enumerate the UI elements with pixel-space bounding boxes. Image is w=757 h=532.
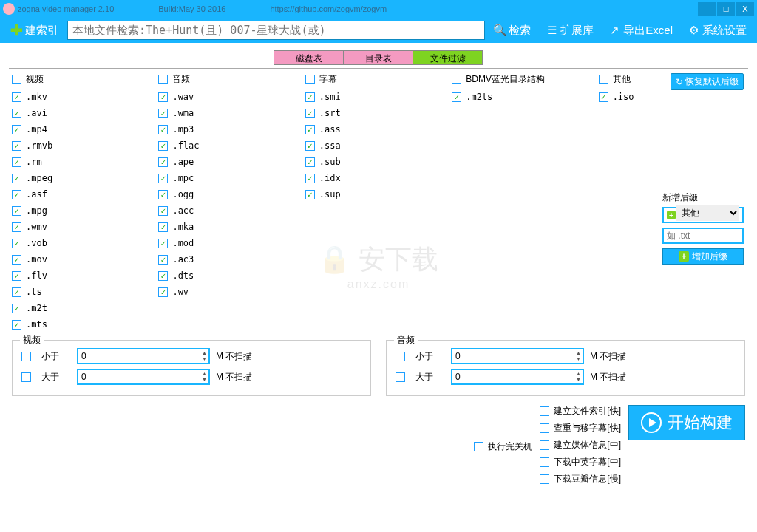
option-checkbox[interactable]: [540, 440, 549, 450]
extlib-button[interactable]: ☰扩展库: [540, 21, 600, 41]
build-index-button[interactable]: ✚ 建索引: [4, 21, 64, 41]
search-button[interactable]: 🔍检索: [488, 21, 537, 41]
ext-checkbox[interactable]: [158, 222, 168, 232]
maximize-button[interactable]: □: [717, 2, 735, 16]
ext-checkbox[interactable]: [12, 141, 21, 151]
ext-checkbox[interactable]: [12, 271, 21, 281]
ext-checkbox[interactable]: [12, 320, 21, 330]
category-select[interactable]: 其他: [676, 205, 739, 221]
video-gt-spinner[interactable]: ▲▼: [77, 369, 210, 385]
ext-checkbox[interactable]: [452, 92, 461, 102]
close-button[interactable]: X: [736, 2, 754, 16]
ext-item: .m2t: [12, 303, 158, 313]
ext-checkbox[interactable]: [12, 157, 21, 167]
ext-checkbox[interactable]: [158, 206, 168, 216]
minimize-button[interactable]: —: [698, 2, 716, 16]
ext-checkbox[interactable]: [12, 190, 21, 200]
ext-label: .mpg: [26, 205, 47, 216]
start-build-button[interactable]: 开始构建: [628, 405, 745, 440]
ext-checkbox[interactable]: [158, 239, 168, 248]
bdmv-header-checkbox[interactable]: [452, 75, 461, 84]
audio-header: 音频: [172, 73, 190, 86]
option-label: 建立文件索引[快]: [554, 405, 621, 417]
toolbar: ✚ 建索引 🔍检索 ☰扩展库 ↗导出Excel ⚙系统设置: [0, 18, 757, 43]
option-checkbox[interactable]: [540, 457, 549, 467]
ext-item: .mpc: [158, 173, 305, 183]
ext-checkbox[interactable]: [305, 92, 315, 102]
ext-label: .mpeg: [26, 173, 52, 183]
search-input[interactable]: [67, 21, 485, 40]
ext-item: .wmv: [12, 222, 158, 232]
ext-checkbox[interactable]: [305, 157, 315, 167]
ext-checkbox[interactable]: [305, 109, 315, 118]
video-header-checkbox[interactable]: [12, 75, 21, 84]
ext-checkbox[interactable]: [158, 125, 168, 134]
ext-checkbox[interactable]: [158, 174, 168, 183]
repo-link[interactable]: https://github.com/zogvm/zogvm: [270, 4, 387, 13]
ext-checkbox[interactable]: [158, 141, 168, 151]
video-gt-checkbox[interactable]: [21, 372, 31, 382]
other-header-checkbox[interactable]: [599, 75, 608, 84]
ext-item: .mka: [158, 222, 305, 232]
ext-checkbox[interactable]: [12, 109, 21, 118]
export-button[interactable]: ↗导出Excel: [602, 21, 679, 41]
ext-checkbox[interactable]: [12, 222, 21, 232]
ext-label: .mpc: [172, 173, 194, 183]
ext-item: .m2ts: [452, 92, 598, 102]
ext-checkbox[interactable]: [12, 174, 21, 183]
ext-checkbox[interactable]: [158, 190, 168, 200]
ext-checkbox[interactable]: [158, 255, 168, 265]
video-lt-spinner[interactable]: ▲▼: [77, 348, 210, 364]
audio-lt-checkbox[interactable]: [396, 352, 405, 361]
tab-disk[interactable]: 磁盘表: [274, 50, 344, 65]
ext-checkbox[interactable]: [12, 125, 21, 134]
shutdown-checkbox[interactable]: [474, 442, 483, 451]
ext-checkbox[interactable]: [305, 174, 315, 183]
ext-checkbox[interactable]: [12, 287, 21, 297]
video-legend: 视频: [20, 334, 44, 347]
option-checkbox[interactable]: [540, 406, 549, 416]
audio-gt-spinner[interactable]: ▲▼: [451, 369, 584, 385]
ext-item: .idx: [305, 173, 452, 183]
ext-label: .acc: [172, 205, 194, 216]
ext-label: .m2t: [26, 303, 47, 313]
ext-checkbox[interactable]: [12, 255, 21, 265]
ext-checkbox[interactable]: [12, 304, 21, 313]
ext-checkbox[interactable]: [158, 157, 168, 167]
ext-label: .mov: [26, 254, 47, 265]
ext-item: .rmvb: [12, 140, 158, 151]
ext-checkbox[interactable]: [158, 287, 168, 297]
audio-lt-spinner[interactable]: ▲▼: [451, 348, 584, 364]
audio-gt-checkbox[interactable]: [396, 372, 405, 382]
ext-checkbox[interactable]: [305, 125, 315, 134]
ext-checkbox[interactable]: [158, 109, 168, 118]
tab-filter[interactable]: 文件过滤: [413, 50, 483, 65]
option-checkbox[interactable]: [540, 474, 549, 484]
settings-button[interactable]: ⚙系统设置: [682, 21, 753, 41]
add-suffix-button[interactable]: +增加后缀: [662, 248, 744, 265]
ext-checkbox[interactable]: [12, 206, 21, 216]
ext-checkbox[interactable]: [305, 190, 315, 200]
restore-defaults-button[interactable]: ↻恢复默认后缀: [671, 73, 744, 90]
ext-checkbox[interactable]: [158, 92, 168, 102]
option-checkbox[interactable]: [540, 423, 549, 433]
ext-checkbox[interactable]: [305, 141, 315, 151]
subtitle-header-checkbox[interactable]: [305, 75, 315, 84]
bdmv-header: BDMV蓝光目录结构: [466, 73, 545, 86]
ext-checkbox[interactable]: [12, 92, 21, 102]
ext-checkbox[interactable]: [158, 271, 168, 281]
video-lt-checkbox[interactable]: [21, 352, 31, 361]
ext-label: .smi: [319, 92, 341, 102]
bottom-bar: 执行完关机 建立文件索引[快]查重与移字幕[快]建立媒体信息[中]下载中英字幕[…: [0, 396, 757, 485]
other-header: 其他: [613, 73, 631, 86]
ext-item: .mpg: [12, 205, 158, 216]
ext-item: .mkv: [12, 92, 158, 102]
ext-label: .idx: [319, 173, 341, 183]
ext-label: .ts: [26, 287, 42, 297]
audio-header-checkbox[interactable]: [158, 75, 168, 84]
ext-checkbox[interactable]: [599, 92, 608, 102]
suffix-input[interactable]: [662, 228, 744, 244]
tab-dir[interactable]: 目录表: [343, 50, 413, 65]
ext-checkbox[interactable]: [12, 239, 21, 248]
option-label: 下载中英字幕[中]: [554, 456, 621, 468]
